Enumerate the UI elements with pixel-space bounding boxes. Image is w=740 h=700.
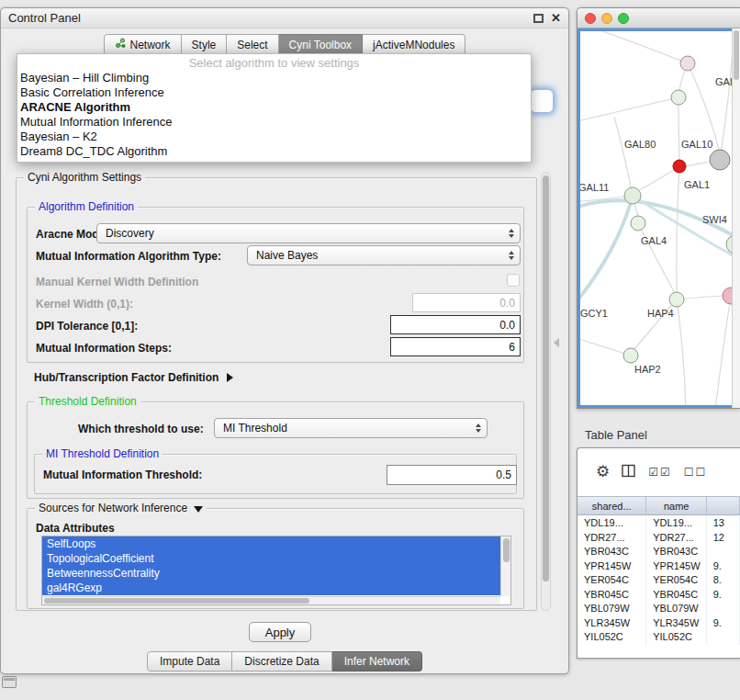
deselect-all-rows-icon[interactable]: ☐☐ [684,464,708,480]
network-scrollbar[interactable] [732,28,740,408]
which-threshold-select[interactable]: MI Threshold [214,418,488,438]
table-row[interactable]: YBR043CYBR043C [577,545,740,559]
algorithm-option-bayesian-k2[interactable]: Bayesian – K2 [17,130,531,144]
attributes-vscrollbar[interactable] [500,536,510,596]
bottom-tab-impute-data[interactable]: Impute Data [147,651,232,672]
attributes-hscroll-thumb[interactable] [44,598,309,604]
tab-jactivemnodules[interactable]: jActiveMNodules [363,34,465,55]
network-node-gal1[interactable] [673,160,686,173]
tab-style[interactable]: Style [182,34,228,55]
panel-splitter-arrow-icon[interactable] [554,338,559,347]
network-edge[interactable] [577,97,678,122]
table-row[interactable]: YDL19...YDL19...13 [577,516,740,531]
control-panel-titlebar[interactable]: Control Panel ✕ [1,8,568,28]
mi-algorithm-type-select[interactable]: Naive Bayes [247,245,521,265]
tab-network[interactable]: Network [104,34,182,55]
table-row[interactable]: YPR145WYPR145W9. [577,559,740,574]
table-row[interactable]: YBR045CYBR045C9. [577,588,740,603]
network-edge[interactable] [614,117,633,196]
column-visibility-icon[interactable] [622,464,636,481]
close-panel-icon[interactable]: ✕ [551,12,561,24]
mi-steps-label: Mutual Information Steps: [36,341,172,356]
dpi-tolerance-field[interactable] [390,315,521,334]
help-button[interactable] [530,89,554,113]
network-node-gal4[interactable] [631,216,645,231]
settings-scroll-thumb[interactable] [543,175,549,581]
sources-title-text: Sources for Network Inference [39,502,187,514]
expand-arrow-icon [227,373,233,382]
column-header[interactable]: shared... [577,497,646,514]
settings-scrollbar[interactable] [541,172,551,611]
mi-algorithm-type-value: Naive Bayes [256,249,318,262]
tab-select[interactable]: Select [227,34,278,55]
table-cell: 9. [707,588,740,603]
network-edge[interactable] [715,296,731,409]
attribute-list-item[interactable]: TopologicalCoefficient [42,551,500,566]
manual-kernel-width-checkbox[interactable] [507,274,520,287]
table-row[interactable]: YIL052CYIL052C [577,630,740,645]
kernel-width-label: Kernel Width (0,1): [36,297,133,311]
network-window-titlebar[interactable] [577,8,740,28]
data-attributes-list[interactable]: SelfLoopsTopologicalCoefficientBetweenne… [41,536,511,605]
algorithm-option-basic-correlation-inference[interactable]: Basic Correlation Inference [17,85,531,100]
tab-cyni-toolbox[interactable]: Cyni Toolbox [279,34,363,55]
algorithm-option-mutual-information-inference[interactable]: Mutual Information Inference [17,115,531,130]
network-canvas[interactable]: GALGAL80GAL10GAL11GAL1SWI4GAL4GCY1HAP4YH… [577,28,740,408]
float-window-icon[interactable] [533,14,544,23]
bottom-tab-infer-network[interactable]: Infer Network [332,651,422,672]
network-node-hap4[interactable] [669,292,684,307]
bottom-tab-discretize-data[interactable]: Discretize Data [232,651,331,672]
column-header[interactable]: name [646,497,707,514]
network-node-gal10[interactable] [710,150,730,170]
network-edge[interactable] [582,28,688,63]
table-cell: 9. [707,616,740,631]
data-attributes-label: Data Attributes [36,521,115,536]
algorithm-option-dream8-dc-tdc-algorithm[interactable]: Dream8 DC_TDC Algorithm [17,144,531,159]
network-scroll-thumb[interactable] [734,30,739,80]
network-edge[interactable] [677,166,679,293]
table-row[interactable]: YBL079WYBL079W [577,602,740,616]
column-header[interactable] [707,497,740,514]
table-cell: 8. [707,573,740,588]
network-node-label: GAL11 [578,182,609,193]
network-node-gal11[interactable] [624,187,641,204]
attributes-vscroll-thumb[interactable] [503,538,510,562]
attribute-list-item[interactable]: BetweennessCentrality [42,566,500,581]
network-node-green-top[interactable] [671,90,686,105]
mi-threshold-field[interactable] [387,465,517,485]
algorithm-option-bayesian-hill-climbing[interactable]: Bayesian – Hill Climbing [17,71,531,85]
aracne-mode-select[interactable]: Discovery [96,223,521,243]
mi-steps-field[interactable] [390,337,521,356]
table-cell: YIL052C [646,630,706,645]
table-panel-title: Table Panel [585,428,647,442]
network-edge[interactable] [638,223,675,293]
close-window-button[interactable] [585,13,596,24]
sources-group-title[interactable]: Sources for Network Inference [35,502,207,514]
desktop: Control Panel ✕ NetworkStyleSelectCyni T… [0,0,740,700]
select-all-rows-icon[interactable]: ☑☑ [648,464,672,480]
network-graph[interactable]: GALGAL80GAL10GAL11GAL1SWI4GAL4GCY1HAP4YH… [577,28,740,409]
table-row[interactable]: YDR27...YDR27...12 [577,531,740,546]
kernel-width-field[interactable] [412,293,521,312]
network-edge[interactable] [677,299,686,409]
table-row[interactable]: YLR345WYLR345W9. [577,616,740,631]
zoom-window-button[interactable] [618,13,629,24]
hub-definition-expander[interactable]: Hub/Transcription Factor Definition [34,370,233,385]
attributes-hscrollbar[interactable] [42,596,500,604]
algorithm-option-aracne-algorithm[interactable]: ARACNE Algorithm [17,100,531,115]
network-edge[interactable] [577,197,633,306]
apply-button[interactable]: Apply [249,622,311,642]
table-row[interactable]: YER054CYER054C8. [577,573,740,588]
network-node-gal-top[interactable] [680,56,695,71]
network-edge[interactable] [678,97,679,160]
network-node-hap2[interactable] [623,348,638,363]
minimize-window-button[interactable] [601,13,612,24]
network-edge[interactable] [688,63,719,150]
minimized-panel-icon[interactable] [2,676,17,688]
table-settings-gear-icon[interactable]: ⚙ [596,464,610,480]
network-edge[interactable] [577,337,631,356]
network-edge[interactable] [639,166,679,190]
attribute-list-item[interactable]: SelfLoops [42,536,500,551]
attribute-list-item[interactable]: gal4RGexp [42,581,500,595]
network-edge[interactable] [633,196,740,260]
